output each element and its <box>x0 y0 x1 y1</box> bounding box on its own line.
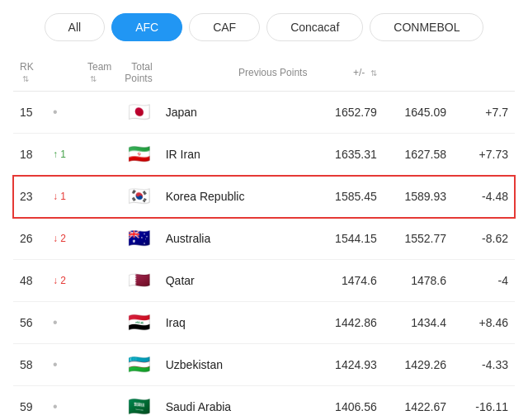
flag-cell: 🇶🇦 <box>118 260 158 302</box>
team-flag: 🇮🇶 <box>128 312 150 333</box>
change-cell: • <box>46 302 118 344</box>
total-points-cell: 1652.79 <box>314 92 383 134</box>
change-cell: • <box>46 386 118 421</box>
team-name-cell: Iraq <box>159 302 314 344</box>
team-name-cell: Australia <box>159 218 314 260</box>
col-previous-points: Previous Points <box>159 54 314 92</box>
diff-cell: +7.73 <box>453 134 515 176</box>
total-points-cell: 1406.56 <box>314 386 383 421</box>
diff-cell: +7.7 <box>453 92 515 134</box>
previous-points-cell: 1589.93 <box>384 176 453 218</box>
table-row: 18↑ 1🇮🇷IR Iran1635.311627.58+7.73 <box>13 134 515 176</box>
team-name: IR Iran <box>166 148 200 161</box>
rank-cell: 58 <box>13 344 46 386</box>
team-flag: 🇯🇵 <box>128 101 150 122</box>
change-neutral-icon: • <box>53 399 58 413</box>
flag-cell: 🇮🇷 <box>118 134 158 176</box>
total-points-cell: 1585.45 <box>314 176 383 218</box>
rankings-table-container: RK ⇅ Team ⇅ Total Points Previous Points… <box>0 54 528 420</box>
total-points-cell: 1635.31 <box>314 134 383 176</box>
col-total-points: Total Points <box>118 54 158 92</box>
team-name-cell: Qatar <box>159 260 314 302</box>
table-row: 15•🇯🇵Japan1652.791645.09+7.7 <box>13 92 515 134</box>
tab-caf[interactable]: CAF <box>189 13 260 41</box>
tab-concacaf[interactable]: Concacaf <box>266 13 363 41</box>
flag-cell: 🇯🇵 <box>118 92 158 134</box>
flag-cell: 🇮🇶 <box>118 302 158 344</box>
total-points-cell: 1442.86 <box>314 302 383 344</box>
rank-cell: 59 <box>13 386 46 421</box>
rank-cell: 48 <box>13 260 46 302</box>
team-name: Japan <box>166 106 197 119</box>
rank-cell: 56 <box>13 302 46 344</box>
previous-points-cell: 1627.58 <box>384 134 453 176</box>
team-flag: 🇸🇦 <box>128 396 150 417</box>
tabs-bar: AllAFCCAFConcacafCONMEBOL <box>0 0 528 54</box>
previous-points-cell: 1645.09 <box>384 92 453 134</box>
table-row: 59•🇸🇦Saudi Arabia1406.561422.67-16.11 <box>13 386 515 421</box>
col-team: Team ⇅ <box>46 54 118 92</box>
table-row: 58•🇺🇿Uzbekistan1424.931429.26-4.33 <box>13 344 515 386</box>
change-cell: ↑ 1 <box>46 134 118 176</box>
change-cell: ↓ 2 <box>46 218 118 260</box>
rank-cell: 15 <box>13 92 46 134</box>
change-down-icon: ↓ 2 <box>53 233 66 244</box>
flag-cell: 🇰🇷 <box>118 176 158 218</box>
change-neutral-icon: • <box>53 315 58 329</box>
table-body: 15•🇯🇵Japan1652.791645.09+7.718↑ 1🇮🇷IR Ir… <box>13 92 515 421</box>
diff-sort-icon[interactable]: ⇅ <box>370 68 377 78</box>
diff-cell: -8.62 <box>453 218 515 260</box>
rank-cell: 18 <box>13 134 46 176</box>
team-name: Australia <box>166 232 210 245</box>
diff-cell: -4.48 <box>453 176 515 218</box>
previous-points-cell: 1434.4 <box>384 302 453 344</box>
change-cell: • <box>46 344 118 386</box>
table-header: RK ⇅ Team ⇅ Total Points Previous Points… <box>13 54 515 92</box>
previous-points-cell: 1429.26 <box>384 344 453 386</box>
team-flag: 🇮🇷 <box>128 144 150 164</box>
team-name-cell: IR Iran <box>159 134 314 176</box>
rankings-table: RK ⇅ Team ⇅ Total Points Previous Points… <box>13 54 515 420</box>
team-name: Qatar <box>166 274 195 287</box>
team-name: Korea Republic <box>166 190 245 203</box>
diff-cell: +8.46 <box>453 302 515 344</box>
previous-points-cell: 1552.77 <box>384 218 453 260</box>
team-flag: 🇦🇺 <box>128 228 150 248</box>
team-flag: 🇰🇷 <box>128 186 150 206</box>
team-name: Saudi Arabia <box>166 400 231 413</box>
tab-conmebol[interactable]: CONMEBOL <box>370 13 483 41</box>
change-neutral-icon: • <box>53 105 58 119</box>
change-down-icon: ↓ 2 <box>53 275 66 286</box>
team-name-cell: Saudi Arabia <box>159 386 314 421</box>
total-points-cell: 1544.15 <box>314 218 383 260</box>
diff-cell: -16.11 <box>453 386 515 421</box>
rank-cell: 23 <box>13 176 46 218</box>
team-name: Iraq <box>166 316 186 329</box>
change-up-icon: ↑ 1 <box>53 149 66 160</box>
team-name-cell: Japan <box>159 92 314 134</box>
team-name-cell: Uzbekistan <box>159 344 314 386</box>
table-row: 26↓ 2🇦🇺Australia1544.151552.77-8.62 <box>13 218 515 260</box>
total-points-cell: 1474.6 <box>314 260 383 302</box>
tab-afc[interactable]: AFC <box>111 13 182 41</box>
diff-cell: -4.33 <box>453 344 515 386</box>
team-name-cell: Korea Republic <box>159 176 314 218</box>
team-sort-icon[interactable]: ⇅ <box>90 74 97 83</box>
change-down-icon: ↓ 1 <box>53 191 66 202</box>
flag-cell: 🇦🇺 <box>118 218 158 260</box>
rank-sort-icon[interactable]: ⇅ <box>22 74 29 83</box>
col-rank: RK ⇅ <box>13 54 46 92</box>
col-diff: +/- ⇅ <box>314 54 383 92</box>
change-cell: • <box>46 92 118 134</box>
tab-all[interactable]: All <box>45 13 106 41</box>
team-flag: 🇶🇦 <box>128 270 150 290</box>
previous-points-cell: 1478.6 <box>384 260 453 302</box>
team-flag: 🇺🇿 <box>128 354 150 375</box>
table-row: 56•🇮🇶Iraq1442.861434.4+8.46 <box>13 302 515 344</box>
flag-cell: 🇸🇦 <box>118 386 158 421</box>
team-name: Uzbekistan <box>166 358 223 371</box>
table-row: 23↓ 1🇰🇷Korea Republic1585.451589.93-4.48 <box>13 176 515 218</box>
diff-cell: -4 <box>453 260 515 302</box>
flag-cell: 🇺🇿 <box>118 344 158 386</box>
rank-cell: 26 <box>13 218 46 260</box>
